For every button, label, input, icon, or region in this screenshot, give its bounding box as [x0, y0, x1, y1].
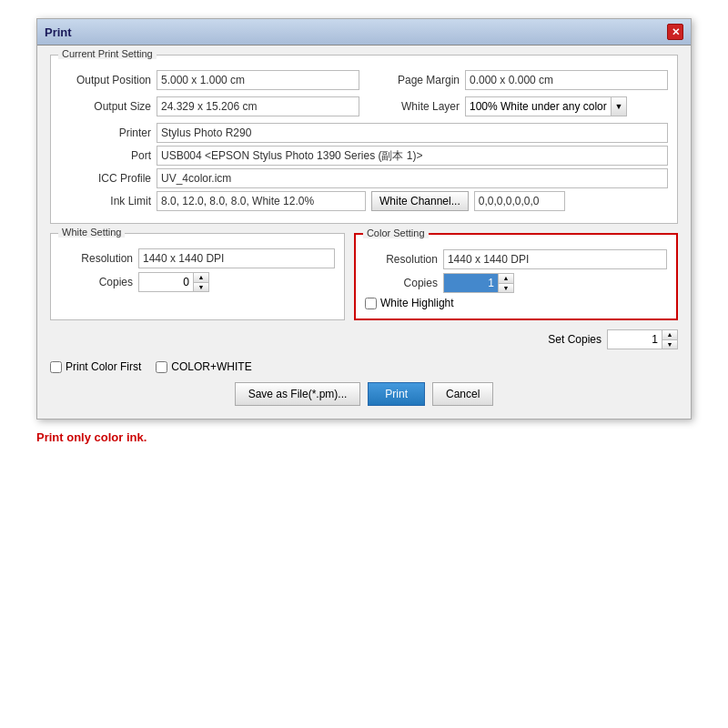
white-resolution-row: Resolution	[60, 248, 335, 268]
white-layer-dropdown-button[interactable]: ▼	[611, 96, 627, 116]
color-copies-spinner: ▲ ▼	[443, 273, 514, 293]
ink-limit-extra-input[interactable]	[474, 191, 565, 211]
print-color-first-label: Print Color First	[66, 360, 141, 373]
white-setting-section: White Setting Resolution Copies ▲ ▼	[50, 233, 345, 320]
current-print-setting-label: Current Print Setting	[58, 48, 157, 59]
printer-row: Printer	[60, 123, 668, 143]
page-margin-row: Page Margin	[369, 70, 668, 90]
print-color-first-row: Print Color First	[50, 360, 141, 373]
color-resolution-input[interactable]	[443, 249, 667, 269]
color-copies-input[interactable]	[443, 273, 498, 293]
output-size-label: Output Size	[60, 100, 151, 113]
output-position-input[interactable]	[157, 70, 359, 90]
color-white-row: COLOR+WHITE	[156, 360, 251, 373]
white-highlight-label: White Highlight	[380, 297, 454, 309]
port-label: Port	[60, 149, 151, 162]
white-setting-label: White Setting	[58, 227, 125, 238]
bottom-sections: White Setting Resolution Copies ▲ ▼	[50, 233, 678, 320]
current-print-setting-section: Current Print Setting Output Position Pa…	[50, 55, 678, 224]
print-button[interactable]: Print	[368, 382, 425, 406]
white-copies-up-button[interactable]: ▲	[194, 273, 208, 283]
color-copies-row: Copies ▲ ▼	[365, 273, 667, 293]
page-margin-label: Page Margin	[369, 74, 460, 86]
output-size-row: Output Size	[60, 96, 359, 116]
icc-profile-row: ICC Profile	[60, 168, 668, 188]
color-copies-label: Copies	[365, 277, 438, 289]
white-layer-input[interactable]	[465, 96, 611, 116]
output-position-row: Output Position	[60, 70, 359, 90]
white-copies-spinner-buttons: ▲ ▼	[193, 272, 209, 292]
color-copies-up-button[interactable]: ▲	[499, 274, 513, 284]
port-row: Port	[60, 146, 668, 166]
color-setting-section: Color Setting Resolution Copies ▲ ▼	[354, 233, 678, 320]
white-highlight-checkbox[interactable]	[365, 298, 377, 309]
color-resolution-row: Resolution	[365, 249, 667, 269]
ink-limit-label: Ink Limit	[60, 195, 151, 207]
save-button[interactable]: Save as File(*.pm)...	[235, 382, 361, 406]
white-layer-row: White Layer ▼	[369, 96, 668, 116]
set-copies-down-button[interactable]: ▼	[662, 340, 677, 349]
color-resolution-label: Resolution	[365, 253, 438, 266]
output-size-input[interactable]	[157, 96, 359, 116]
set-copies-spinner-buttons: ▲ ▼	[662, 329, 678, 349]
bottom-buttons: Save as File(*.pm)... Print Cancel	[50, 382, 678, 406]
color-copies-spinner-buttons: ▲ ▼	[498, 273, 514, 293]
white-resolution-input[interactable]	[138, 248, 335, 268]
white-channel-button[interactable]: White Channel...	[371, 191, 469, 211]
set-copies-up-button[interactable]: ▲	[662, 330, 677, 340]
close-button[interactable]: ✕	[667, 24, 683, 40]
printer-input[interactable]	[157, 123, 668, 143]
page-margin-input[interactable]	[465, 70, 668, 90]
color-white-checkbox[interactable]	[156, 361, 167, 373]
set-copies-row: Set Copies ▲ ▼	[50, 329, 678, 349]
set-copies-spinner: ▲ ▼	[607, 329, 678, 349]
note-text: Print only color ink.	[36, 430, 692, 444]
white-copies-label: Copies	[60, 276, 133, 288]
white-highlight-row: White Highlight	[365, 297, 667, 309]
ink-limit-input[interactable]	[157, 191, 366, 211]
cancel-button[interactable]: Cancel	[432, 382, 493, 406]
icc-profile-input[interactable]	[157, 168, 668, 188]
dialog-wrapper: Print ✕ Current Print Setting Output Pos…	[36, 18, 692, 444]
color-white-label: COLOR+WHITE	[171, 360, 251, 373]
print-color-first-checkbox[interactable]	[50, 361, 62, 373]
output-position-label: Output Position	[60, 74, 151, 86]
set-copies-label: Set Copies	[548, 333, 602, 346]
printer-label: Printer	[60, 126, 151, 139]
dialog-title: Print	[45, 25, 72, 39]
white-copies-row: Copies ▲ ▼	[60, 272, 335, 292]
white-layer-label: White Layer	[369, 100, 460, 113]
white-layer-wrap: ▼	[465, 96, 627, 116]
white-copies-spinner: ▲ ▼	[138, 272, 209, 292]
color-setting-label: Color Setting	[363, 228, 429, 238]
white-copies-down-button[interactable]: ▼	[194, 283, 208, 292]
icc-profile-label: ICC Profile	[60, 172, 151, 185]
port-input[interactable]	[157, 146, 668, 166]
dialog-body: Current Print Setting Output Position Pa…	[37, 46, 691, 419]
white-resolution-label: Resolution	[60, 252, 133, 265]
set-copies-input[interactable]	[607, 329, 662, 349]
title-bar: Print ✕	[37, 19, 691, 46]
white-copies-input[interactable]	[138, 272, 193, 292]
color-copies-down-button[interactable]: ▼	[499, 284, 513, 293]
ink-limit-row: Ink Limit White Channel...	[60, 191, 668, 211]
bottom-checks: Print Color First COLOR+WHITE	[50, 357, 678, 373]
print-dialog: Print ✕ Current Print Setting Output Pos…	[36, 18, 692, 420]
